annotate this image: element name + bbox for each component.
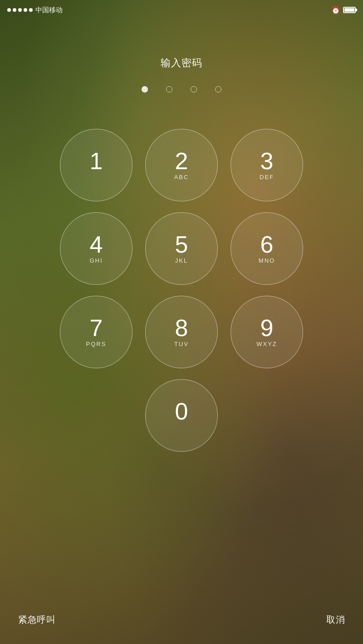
- keypad: 1 2 ABC 3 DEF 4 GHI 5 JKL 6: [60, 129, 303, 452]
- key-8-letters: TUV: [174, 341, 189, 348]
- alarm-icon: ⏰: [331, 6, 340, 15]
- signal-dot-5: [29, 8, 33, 12]
- signal-dot-2: [13, 8, 16, 12]
- key-8-number: 8: [175, 316, 188, 340]
- key-2[interactable]: 2 ABC: [145, 129, 218, 201]
- key-7[interactable]: 7 PQRS: [60, 296, 132, 368]
- pin-dot-4: [215, 86, 221, 93]
- key-1[interactable]: 1: [60, 129, 132, 201]
- status-right: ⏰: [331, 6, 356, 15]
- signal-dot-3: [18, 8, 22, 12]
- key-2-number: 2: [175, 149, 188, 173]
- key-3-number: 3: [260, 149, 274, 173]
- status-left: 中国移动: [7, 6, 63, 15]
- key-5[interactable]: 5 JKL: [145, 212, 218, 285]
- key-9[interactable]: 9 WXYZ: [231, 296, 303, 368]
- pin-dots: [142, 86, 221, 93]
- status-bar: 中国移动 ⏰: [0, 0, 363, 20]
- keypad-row-4: 0: [145, 379, 218, 452]
- key-7-letters: PQRS: [86, 341, 107, 348]
- keypad-row-1: 1 2 ABC 3 DEF: [60, 129, 303, 201]
- key-8[interactable]: 8 TUV: [145, 296, 218, 368]
- signal-dots: [7, 8, 33, 12]
- key-0-number: 0: [175, 400, 188, 423]
- key-9-number: 9: [260, 316, 274, 340]
- key-3-letters: DEF: [260, 174, 274, 181]
- carrier-name: 中国移动: [35, 6, 63, 15]
- key-4-number: 4: [90, 233, 103, 256]
- battery-icon: [343, 7, 356, 13]
- battery-fill: [344, 8, 354, 12]
- passcode-title: 输入密码: [161, 56, 202, 70]
- emergency-call-button[interactable]: 紧急呼叫: [18, 614, 55, 626]
- keypad-row-2: 4 GHI 5 JKL 6 MNO: [60, 212, 303, 285]
- key-6[interactable]: 6 MNO: [231, 212, 303, 285]
- key-7-number: 7: [90, 316, 103, 340]
- key-5-letters: JKL: [175, 257, 188, 264]
- battery-body: [343, 7, 356, 13]
- signal-dot-1: [7, 8, 11, 12]
- key-4[interactable]: 4 GHI: [60, 212, 132, 285]
- keypad-row-3: 7 PQRS 8 TUV 9 WXYZ: [60, 296, 303, 368]
- pin-dot-3: [191, 86, 197, 93]
- cancel-button[interactable]: 取消: [326, 614, 345, 626]
- key-9-letters: WXYZ: [256, 341, 277, 348]
- key-6-letters: MNO: [259, 257, 275, 264]
- key-0[interactable]: 0: [145, 379, 218, 452]
- key-1-number: 1: [90, 149, 103, 173]
- key-6-number: 6: [260, 233, 274, 256]
- lock-screen: 输入密码 1 2 ABC 3 DEF 4 GHI: [0, 20, 363, 644]
- key-5-number: 5: [175, 233, 188, 256]
- key-2-letters: ABC: [174, 174, 189, 181]
- bottom-bar: 紧急呼叫 取消: [0, 605, 363, 644]
- pin-dot-1: [142, 86, 148, 93]
- key-3[interactable]: 3 DEF: [231, 129, 303, 201]
- pin-dot-2: [166, 86, 172, 93]
- key-4-letters: GHI: [89, 257, 103, 264]
- signal-dot-4: [24, 8, 27, 12]
